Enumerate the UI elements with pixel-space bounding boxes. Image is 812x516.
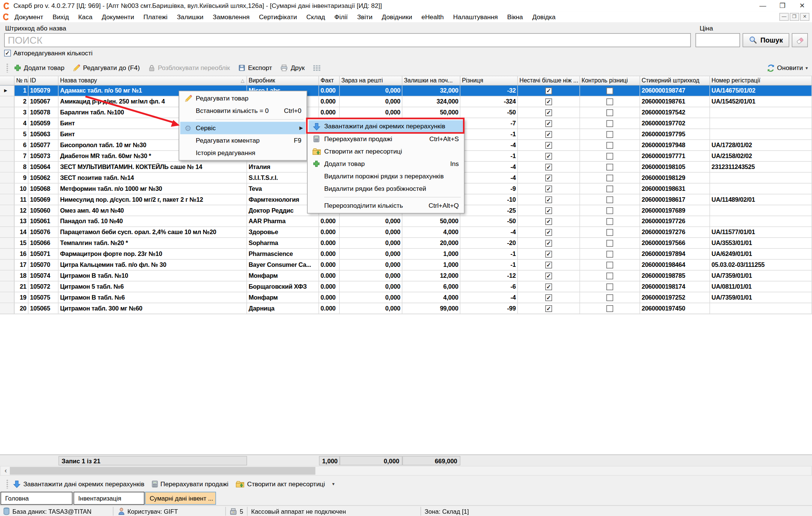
control-checkbox[interactable] [606, 152, 613, 159]
mdi-close-button[interactable]: ✕ [800, 13, 809, 21]
shortage-checkbox[interactable]: ✓ [545, 240, 552, 247]
refresh-dropdown-icon[interactable]: ▾ [806, 65, 808, 70]
search-button[interactable]: Пошук [742, 33, 789, 47]
bottom-toolbar-button-0[interactable]: Завантажити дані окремих перерахунків [13, 480, 144, 488]
bottom-toolbar-button-1[interactable]: Перерахувати продажі [152, 480, 228, 487]
tab-2[interactable]: Сумарні дані інвент ... [145, 492, 216, 505]
column-header-start[interactable]: Залишки на поч... [402, 76, 460, 85]
column-header-fact[interactable]: Факт [319, 76, 340, 85]
toolbar-button-4[interactable]: Друк [280, 64, 305, 72]
refresh-button[interactable]: Оновити ▾ [767, 61, 808, 75]
control-checkbox[interactable] [606, 229, 613, 236]
column-header-n[interactable]: № п/п [15, 76, 29, 85]
service-submenu-item-1[interactable]: Перерахувати продажіCtrl+Alt+S [309, 132, 463, 145]
shortage-checkbox[interactable]: ✓ [545, 207, 552, 214]
service-submenu-item-4[interactable]: Видалити порожні рядки з перерахунків [309, 170, 463, 183]
menu-item-2[interactable]: Каса [74, 12, 97, 22]
context-menu-item-3[interactable]: ⚙Сервіс▶ [180, 122, 305, 134]
shortage-checkbox[interactable]: ✓ [545, 229, 552, 236]
column-header-control[interactable]: Контроль різниці [580, 76, 640, 85]
table-row[interactable]: 13105061Панадол таб. 10 №40AAR Pharma0.0… [0, 216, 812, 227]
horizontal-scrollbar[interactable]: ‹ [0, 466, 812, 476]
menu-item-3[interactable]: Документи [97, 12, 139, 22]
shortage-checkbox[interactable]: ✓ [545, 163, 552, 170]
table-row[interactable]: 16105071Фармацитрон форте пор. 23г №10Ph… [0, 249, 812, 260]
context-menu-item-4[interactable]: Редагувати коментарF9 [180, 134, 305, 147]
shortage-checkbox[interactable]: ✓ [545, 294, 552, 301]
control-checkbox[interactable] [606, 262, 613, 268]
menu-item-1[interactable]: Вихід [48, 12, 73, 22]
column-header-sticker[interactable]: Стикерний штрихкод [640, 76, 710, 85]
menu-item-11[interactable]: Довідники [377, 12, 417, 22]
shortage-checkbox[interactable]: ✓ [545, 196, 552, 203]
menu-item-14[interactable]: Вікна [502, 12, 528, 22]
service-submenu-item-7[interactable]: Перерозподілити кількістьCtrl+Alt+Q [309, 199, 463, 212]
control-checkbox[interactable] [606, 142, 613, 149]
shortage-checkbox[interactable]: ✓ [545, 272, 552, 279]
table-row[interactable]: 17105070Цитра Кальцемин таб. п/о фл. № 3… [0, 260, 812, 271]
control-checkbox[interactable] [606, 87, 613, 94]
control-checkbox[interactable] [606, 185, 613, 192]
context-menu-item-5[interactable]: Історія редагування [180, 147, 305, 159]
menu-item-0[interactable]: Документ [10, 12, 48, 22]
close-button[interactable]: ✕ [792, 0, 812, 11]
shortage-checkbox[interactable]: ✓ [545, 152, 552, 159]
control-checkbox[interactable] [606, 163, 613, 170]
tab-0[interactable]: Головна [0, 492, 72, 505]
shortage-checkbox[interactable]: ✓ [545, 251, 552, 257]
menu-item-13[interactable]: Налаштування [448, 12, 502, 22]
control-checkbox[interactable] [606, 240, 613, 247]
shortage-checkbox[interactable]: ✓ [545, 185, 552, 192]
table-row[interactable]: 2105067Амикацид р-р д/ин. 250 мг/мл фл. … [0, 96, 812, 107]
shortage-checkbox[interactable]: ✓ [545, 262, 552, 268]
table-row[interactable]: 3105078Баралгин табл. №1000.0000,00050,0… [0, 107, 812, 118]
service-submenu-item-3[interactable]: Додати товарIns [309, 158, 463, 170]
service-submenu-item-0[interactable]: Завантажити дані окремих перерахунків [309, 120, 463, 132]
menu-item-7[interactable]: Сертифікати [254, 12, 302, 22]
shortage-checkbox[interactable]: ✓ [545, 283, 552, 290]
table-row[interactable]: 20105065Цитрамон табл. 300 мг №60Дарница… [0, 303, 812, 314]
shortage-checkbox[interactable]: ✓ [545, 218, 552, 225]
clear-button[interactable] [792, 33, 808, 47]
shortage-checkbox[interactable]: ✓ [545, 87, 552, 94]
shortage-checkbox[interactable]: ✓ [545, 305, 552, 312]
minimize-button[interactable]: — [753, 0, 773, 11]
shortage-checkbox[interactable]: ✓ [545, 120, 552, 127]
control-checkbox[interactable] [606, 98, 613, 105]
menu-item-8[interactable]: Склад [302, 12, 330, 22]
control-checkbox[interactable] [606, 131, 613, 138]
column-header-shortage[interactable]: Нестачі більше ніж ... [518, 76, 580, 85]
table-row[interactable]: 19105075Цитрамон В табл. №6Монфарм0.0000… [0, 292, 812, 303]
bottom-toolbar-button-2[interactable]: Створити акт пересортиці [236, 480, 325, 488]
shortage-checkbox[interactable]: ✓ [545, 98, 552, 105]
toolbar-button-2[interactable]: Розблокувати переоблік [148, 64, 230, 72]
table-row[interactable]: 21105072Цитрамон 5 табл. №6Борщаговский … [0, 282, 812, 292]
service-submenu-item-5[interactable]: Видалити рядки без розбіжностей [309, 183, 463, 195]
control-checkbox[interactable] [606, 272, 613, 279]
menu-item-10[interactable]: Звіти [352, 12, 377, 22]
mdi-minimize-button[interactable]: — [779, 13, 789, 21]
autoedit-checkbox[interactable]: ✓ [4, 50, 11, 56]
control-checkbox[interactable] [606, 109, 613, 116]
menu-item-12[interactable]: eHealth [417, 12, 448, 22]
table-row[interactable]: 18105074Цитрамон В табл. №10Монфарм0.000… [0, 271, 812, 282]
toolbar-button-5[interactable] [313, 64, 321, 71]
control-checkbox[interactable] [606, 196, 613, 203]
column-header-reg[interactable]: Номер регістрації [710, 76, 812, 85]
control-checkbox[interactable] [606, 251, 613, 257]
bottom-toolbar-dropdown-icon[interactable]: ▾ [332, 481, 334, 487]
control-checkbox[interactable] [606, 207, 613, 214]
shortage-checkbox[interactable]: ✓ [545, 131, 552, 138]
shortage-checkbox[interactable]: ✓ [545, 142, 552, 149]
search-input[interactable] [4, 33, 691, 47]
menu-item-9[interactable]: Філії [330, 12, 352, 22]
shortage-checkbox[interactable]: ✓ [545, 174, 552, 181]
control-checkbox[interactable] [606, 218, 613, 225]
table-row[interactable]: 14105076Парацетамол беби сусп. орал. 2,4… [0, 227, 812, 238]
control-checkbox[interactable] [606, 283, 613, 290]
column-header-vendor[interactable]: Виробник [247, 76, 319, 85]
price-input[interactable] [695, 33, 740, 47]
column-header-diff[interactable]: Різниця [460, 76, 518, 85]
column-header-name[interactable]: Назва товару△ [59, 76, 247, 85]
toolbar-button-3[interactable]: Експорт [238, 64, 272, 72]
